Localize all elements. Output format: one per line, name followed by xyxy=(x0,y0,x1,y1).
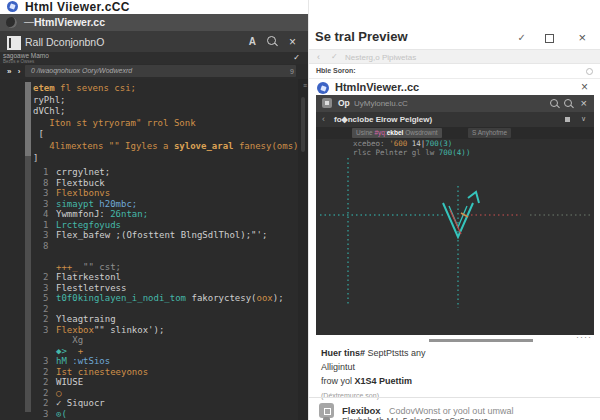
text-segment: Iton st ytryoram" rrol Sonk xyxy=(33,118,196,128)
tab-label[interactable]: Hble Soron: xyxy=(316,67,356,74)
clipped-result-row[interactable]: Flexbab 4b M L 5 sky Smp oSxSnseus xyxy=(342,416,488,420)
close-icon[interactable]: × xyxy=(581,80,588,94)
tab-segline[interactable]: Usine #yq:ekbel Owsdrownt xyxy=(356,129,438,136)
code-line[interactable]: 3⊙( xyxy=(0,409,308,420)
editor-scrollbar[interactable]: ≡ xyxy=(298,79,308,420)
line-number: 2 xyxy=(43,314,56,325)
code-line[interactable]: 3Flexbox"" slinkox'); xyxy=(0,325,308,336)
text-segment: Flex_bafew ;( xyxy=(56,230,126,240)
panel-icon[interactable] xyxy=(7,36,21,50)
code-line[interactable]: Iton st ytryoram" rrol Sonk xyxy=(33,118,308,130)
breadcrumb-path: 0 /iwaoqnohuox Oory/Wodwexrd xyxy=(31,67,132,74)
nav-arrows-icon[interactable]: » › xyxy=(7,67,22,76)
back-icon[interactable]: ‹ xyxy=(317,52,320,62)
note-line[interactable]: Alligintut xyxy=(321,363,592,373)
note-line[interactable]: Huer tins# SeptPtstts any xyxy=(321,349,592,359)
overflow-dots-icon[interactable]: ···· xyxy=(576,332,592,342)
arrow-hook xyxy=(468,192,479,203)
code-line[interactable]: 2Ist cinesteeyonos xyxy=(0,367,308,378)
code-line[interactable]: Xg xyxy=(0,335,308,346)
preview-title: Se tral Preview xyxy=(315,29,408,44)
chevron-down-icon[interactable]: ∨ xyxy=(581,115,586,123)
maximize-icon[interactable] xyxy=(545,34,554,43)
code-line[interactable]: 2○ xyxy=(0,388,308,399)
flexbox-icon xyxy=(319,403,334,418)
code-line[interactable]: 2Yleagtraing xyxy=(0,314,308,325)
code-line[interactable]: 8Flextbuck xyxy=(0,178,308,189)
close-icon[interactable]: × xyxy=(578,30,586,45)
viewer-tab-inactive[interactable]: S Anyhofme xyxy=(468,128,511,138)
menu-icon[interactable]: ≡ xyxy=(303,82,307,89)
text-segment: Flextbuck xyxy=(56,178,105,188)
file-row[interactable]: HtmlnViewer..cc × xyxy=(309,80,600,96)
code-line[interactable]: 3Flestletrvess xyxy=(0,283,308,294)
file-logo-icon xyxy=(317,82,329,94)
line-number: 3 xyxy=(43,188,56,199)
code-line[interactable]: rlsc Pelnter gl lw 700(4)) xyxy=(353,148,470,157)
code-line[interactable]: etem fl sevens csi; xyxy=(33,83,308,95)
breadcrumb-field[interactable]: 0 /iwaoqnohuox Oory/Wodwexrd 9 xyxy=(25,65,296,77)
text-segment: frow yol xyxy=(321,376,355,386)
check-icon[interactable]: ✓ xyxy=(293,53,300,62)
code-line[interactable]: 4YwmmfonJ: 26ntan; xyxy=(0,209,308,220)
code-line[interactable]: 1Lrctegfoyuds xyxy=(0,220,308,231)
line-number: 2 xyxy=(43,272,56,283)
code-line[interactable]: dVChl; xyxy=(33,106,308,118)
text-segment: fanesy(oms); xyxy=(234,141,304,151)
code-line[interactable]: ] xyxy=(33,153,308,165)
viewer-title-prefix: Op xyxy=(338,98,350,108)
editor-titlebar[interactable]: — HtmlViewer.cc xyxy=(0,14,308,31)
horizontal-scrollbar-thumb[interactable] xyxy=(429,339,533,342)
code-editor[interactable]: etem fl sevens csi;ryPhl;dVChl; Iton st … xyxy=(0,79,308,420)
text-segment: + xyxy=(67,346,83,356)
code-line[interactable]: 1crrgylnet; xyxy=(0,167,308,178)
text-segment: );"'; xyxy=(240,230,267,240)
confirm-icon[interactable]: ✓ xyxy=(518,32,526,43)
text-segment: simaypt xyxy=(56,199,94,209)
viewer-tab-active[interactable]: Usine #yq:ekbel Owsdrownt xyxy=(352,128,442,138)
text-segment: oox xyxy=(257,293,273,303)
code-line[interactable]: 3Flex_bafew ;(Ofosttent BlngSdlThol);"'; xyxy=(0,230,308,241)
code-line[interactable]: [ xyxy=(33,129,308,141)
text-segment: h20mbc; xyxy=(94,199,137,209)
preview-panel: Se tral Preview ✓ × ‹ ✓ Nesterg,o Pipiwe… xyxy=(308,0,600,420)
tab-segline[interactable]: S Anyhofme xyxy=(472,129,507,136)
scrollbar-thumb[interactable] xyxy=(301,97,305,152)
zoom-search-icon[interactable] xyxy=(564,99,572,107)
preview-tab-row: Hble Soron: xyxy=(309,64,600,79)
code-line[interactable]: ◆> + xyxy=(0,346,308,357)
app-title: Html Viiewer.cCC xyxy=(25,0,130,14)
embedded-viewer-window: Op UyMylonelu.cC × ‹ fo◆nclobe Elrow Pel… xyxy=(316,95,594,335)
code-line[interactable]: 2 xyxy=(0,304,308,315)
code-line[interactable]: xcebeo: '600 14|700(3) xyxy=(353,139,470,148)
code-line[interactable]: 8 xyxy=(0,241,308,252)
close-icon[interactable]: × xyxy=(289,35,296,49)
code-line[interactable]: 2WIUSE xyxy=(0,377,308,388)
viewer-canvas[interactable] xyxy=(316,158,594,335)
code-line[interactable]: 5t0f0kinglayen_i_nodi_tom fakoryctesy(oo… xyxy=(0,293,308,304)
code-line[interactable]: 4limextens "" Igyles a sylove_aral fanes… xyxy=(33,141,308,153)
code-line[interactable]: 3Flexlbonvs xyxy=(0,188,308,199)
text-segment: ryPhl; xyxy=(33,95,66,105)
search-icon[interactable] xyxy=(550,99,558,107)
text-segment: Owsdrownt xyxy=(403,129,437,136)
text-segment: X1S4 Puettim xyxy=(355,376,413,386)
code-line[interactable] xyxy=(0,251,308,262)
text-tool-icon[interactable]: A xyxy=(249,36,256,47)
code-line[interactable]: ryPhl; xyxy=(33,95,308,107)
line-number: 2 xyxy=(43,304,56,315)
search-icon[interactable] xyxy=(267,36,276,45)
code-line[interactable]: 3hM :wtSios xyxy=(0,356,308,367)
back-icon[interactable]: ‹ xyxy=(322,114,325,124)
text-segment: fl sevens csi; xyxy=(55,83,136,93)
check-icon[interactable]: ✓ xyxy=(331,52,338,61)
close-icon[interactable]: × xyxy=(581,97,587,109)
code-line[interactable]: +++_ "" cst; xyxy=(0,262,308,273)
viewer-title-path: UyMylonelu.cC xyxy=(354,99,408,108)
viewer-titlebar[interactable]: Op UyMylonelu.cC × xyxy=(316,95,594,112)
code-line[interactable]: 2Flatrkestonl xyxy=(0,272,308,283)
code-line[interactable]: 3simaypt h20mbc; xyxy=(0,199,308,210)
list-view-icon[interactable] xyxy=(565,117,570,122)
note-line[interactable]: frow yol X1S4 Puettim xyxy=(321,377,592,387)
code-line[interactable]: 2✓ Siquocr xyxy=(0,398,308,409)
